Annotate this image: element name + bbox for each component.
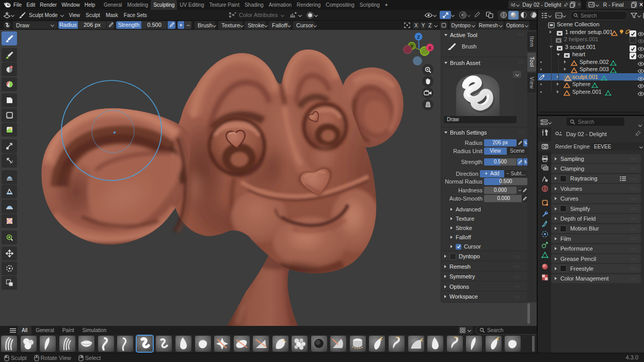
svg-text:Z: Z <box>417 35 420 40</box>
svg-text:X: X <box>428 45 431 51</box>
